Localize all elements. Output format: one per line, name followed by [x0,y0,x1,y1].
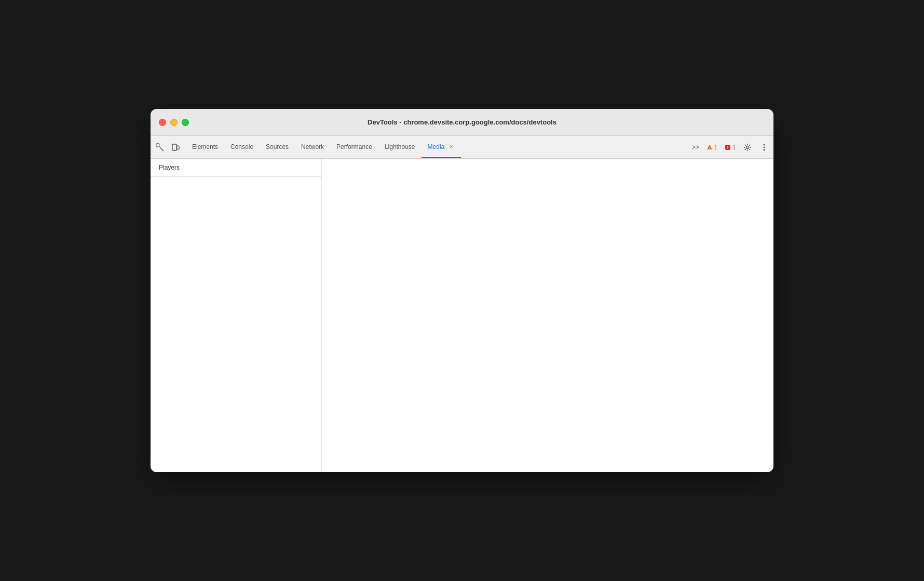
tab-lighthouse[interactable]: Lighthouse [378,136,422,158]
svg-point-9 [764,146,765,148]
gear-icon [743,143,752,151]
warning-badge[interactable]: ! 1 [704,143,720,151]
svg-text:!: ! [727,146,728,149]
warning-triangle-icon: ! [706,144,713,150]
error-count: 1 [732,144,736,150]
devtools-window: DevTools - chrome.devsite.corp.google.co… [151,109,773,472]
tabs-list: Elements Console Sources Network Perform… [186,136,687,158]
window-title: DevTools - chrome.devsite.corp.google.co… [368,118,556,126]
tab-sources[interactable]: Sources [260,136,295,158]
device-toggle-button[interactable] [168,140,183,155]
svg-text:!: ! [709,146,710,149]
content-panel [322,159,773,472]
tab-media-close[interactable]: ✕ [447,143,455,150]
vertical-dots-icon [763,143,765,151]
settings-button[interactable] [740,140,755,155]
tab-elements[interactable]: Elements [186,136,224,158]
sidebar: Players [151,159,322,472]
close-button[interactable] [159,119,166,126]
tab-network[interactable]: Network [295,136,330,158]
toolbar-right: >> ! 1 ! 1 [689,140,771,155]
svg-rect-0 [156,144,159,147]
players-header: Players [151,159,321,177]
warning-count: 1 [714,144,717,150]
tab-console[interactable]: Console [224,136,260,158]
inspector-toggle-button[interactable] [153,140,167,155]
toolbar-left [153,140,183,155]
svg-point-3 [174,149,175,150]
inspector-icon [156,143,164,151]
more-tabs-button[interactable]: >> [689,141,702,154]
more-options-button[interactable] [757,140,771,155]
error-badge[interactable]: ! 1 [722,143,738,151]
traffic-lights [159,119,189,126]
chevron-double-right-icon: >> [692,144,699,151]
main-content: Players [151,159,773,472]
maximize-button[interactable] [182,119,189,126]
tab-media[interactable]: Media ✕ [422,136,461,158]
svg-point-10 [764,149,765,150]
minimize-button[interactable] [170,119,178,126]
tab-performance[interactable]: Performance [330,136,378,158]
svg-point-7 [746,146,749,148]
title-bar: DevTools - chrome.devsite.corp.google.co… [151,109,773,136]
svg-point-8 [764,144,765,145]
tab-bar: Elements Console Sources Network Perform… [151,136,773,159]
error-flag-icon: ! [725,144,731,150]
device-icon [171,143,180,151]
svg-rect-2 [177,146,179,149]
